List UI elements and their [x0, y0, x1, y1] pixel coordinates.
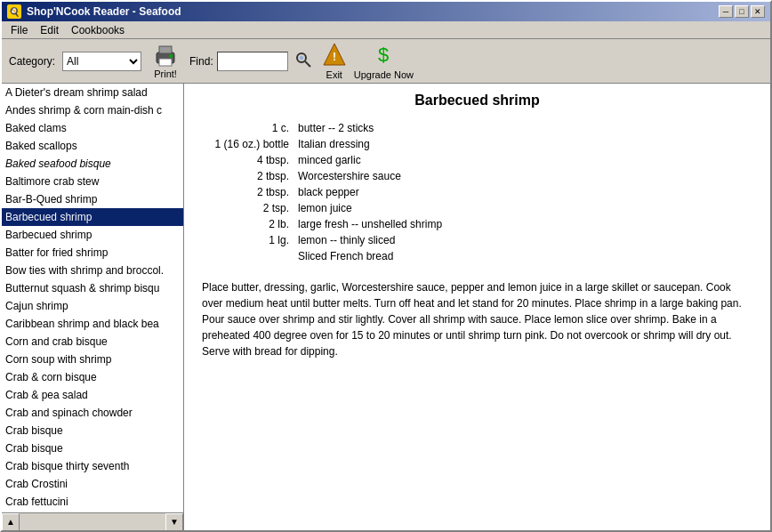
- ingredient-row: Sliced French bread: [204, 249, 751, 263]
- sidebar-item[interactable]: Baked seafood bisque: [2, 155, 183, 173]
- sidebar-item[interactable]: Cajun shrimp: [2, 297, 183, 315]
- upgrade-icon: $: [371, 42, 396, 69]
- category-label: Category:: [9, 55, 55, 68]
- find-section: Find:: [189, 48, 315, 74]
- ingredient-row: 2 tbsp.Worcestershire sauce: [204, 169, 751, 183]
- sidebar-item[interactable]: Andes shrimp & corn main-dish c: [2, 101, 183, 119]
- sidebar-item[interactable]: Crab bisque: [2, 422, 183, 439]
- ingredient-row: 4 tbsp.minced garlic: [204, 153, 751, 167]
- find-icon-button[interactable]: [292, 48, 315, 74]
- svg-text:!: !: [333, 51, 336, 63]
- ingredient-row: 2 lb.large fresh -- unshelled shrimp: [204, 217, 751, 231]
- sidebar-item[interactable]: Crab fettucini: [2, 493, 183, 511]
- upgrade-label: Upgrade Now: [354, 69, 414, 80]
- toolbar: Category: All Appetizers Main Dishes Sou…: [2, 39, 770, 84]
- ingredient-amount: 2 tbsp.: [204, 185, 293, 199]
- sidebar-item[interactable]: A Dieter's dream shrimp salad: [2, 84, 183, 101]
- ingredient-name: black pepper: [294, 185, 751, 199]
- app-icon: 🍳: [7, 4, 21, 19]
- menu-bar: File Edit Cookbooks: [2, 21, 770, 39]
- ingredient-name: large fresh -- unshelled shrimp: [294, 217, 751, 231]
- ingredient-name: butter -- 2 sticks: [294, 121, 751, 135]
- ingredient-amount: 1 (16 oz.) bottle: [204, 137, 293, 151]
- svg-line-5: [305, 61, 310, 67]
- recipe-panel: Barbecued shrimp 1 c.butter -- 2 sticks1…: [184, 84, 770, 530]
- ingredient-row: 1 (16 oz.) bottleItalian dressing: [204, 137, 751, 151]
- svg-text:$: $: [378, 44, 389, 66]
- ingredient-amount: [204, 249, 293, 263]
- ingredients-table: 1 c.butter -- 2 sticks1 (16 oz.) bottleI…: [202, 119, 752, 265]
- menu-file[interactable]: File: [5, 22, 33, 38]
- sidebar-item[interactable]: Batter for fried shrimp: [2, 244, 183, 262]
- ingredient-amount: 1 lg.: [204, 233, 293, 247]
- ingredient-row: 2 tsp.lemon juice: [204, 201, 751, 215]
- close-button[interactable]: ✕: [751, 5, 765, 18]
- sidebar-item[interactable]: Crab Crostini: [2, 475, 183, 493]
- print-button[interactable]: Print!: [149, 41, 182, 82]
- ingredient-name: Worcestershire sauce: [294, 169, 751, 183]
- sidebar-item[interactable]: Butternut squash & shrimp bisqu: [2, 279, 183, 297]
- ingredient-name: lemon -- thinly sliced: [294, 233, 751, 247]
- svg-rect-1: [159, 46, 172, 53]
- sidebar-item[interactable]: Barbecued shrimp: [2, 226, 183, 244]
- ingredient-amount: 2 tbsp.: [204, 169, 293, 183]
- category-select[interactable]: All Appetizers Main Dishes Soups Salads: [62, 52, 141, 71]
- sidebar: A Dieter's dream shrimp saladAndes shrim…: [2, 84, 184, 530]
- maximize-button[interactable]: □: [735, 5, 749, 18]
- sidebar-item[interactable]: Baked scallops: [2, 137, 183, 155]
- menu-edit[interactable]: Edit: [35, 22, 64, 38]
- ingredient-name: Italian dressing: [294, 137, 751, 151]
- sidebar-item[interactable]: Bar-B-Qued shrimp: [2, 190, 183, 208]
- scroll-down-button[interactable]: ▼: [165, 513, 183, 531]
- minimize-button[interactable]: ─: [719, 5, 733, 18]
- upgrade-section[interactable]: $ Upgrade Now: [354, 42, 414, 80]
- ingredient-amount: 2 tsp.: [204, 201, 293, 215]
- sidebar-item[interactable]: Crab bisque thirty seventh: [2, 457, 183, 475]
- title-bar: 🍳 Shop'NCook Reader - Seafood ─ □ ✕: [2, 2, 770, 21]
- main-window: 🍳 Shop'NCook Reader - Seafood ─ □ ✕ File…: [0, 0, 772, 532]
- exit-section[interactable]: ! Exit: [322, 42, 347, 80]
- sidebar-list: A Dieter's dream shrimp saladAndes shrim…: [2, 84, 183, 512]
- menu-cookbooks[interactable]: Cookbooks: [66, 22, 130, 38]
- sidebar-item[interactable]: Corn soup with shrimp: [2, 351, 183, 368]
- print-label: Print!: [154, 69, 177, 79]
- title-buttons: ─ □ ✕: [719, 5, 765, 18]
- sidebar-item[interactable]: Bow ties with shrimp and broccol.: [2, 262, 183, 279]
- sidebar-item[interactable]: Caribbean shrimp and black bea: [2, 315, 183, 333]
- ingredient-amount: 1 c.: [204, 121, 293, 135]
- ingredient-name: lemon juice: [294, 201, 751, 215]
- exit-label: Exit: [326, 69, 342, 80]
- title-bar-left: 🍳 Shop'NCook Reader - Seafood: [7, 4, 181, 19]
- find-input[interactable]: [217, 52, 288, 71]
- recipe-instructions: Place butter, dressing, garlic, Worceste…: [202, 279, 752, 359]
- svg-rect-2: [159, 59, 172, 66]
- ingredient-row: 1 lg.lemon -- thinly sliced: [204, 233, 751, 247]
- sidebar-item[interactable]: Crab bisque: [2, 439, 183, 457]
- scroll-up-button[interactable]: ▲: [2, 513, 20, 531]
- sidebar-item[interactable]: Corn and crab bisque: [2, 333, 183, 351]
- ingredient-name: Sliced French bread: [294, 249, 751, 263]
- svg-point-6: [300, 56, 303, 60]
- sidebar-item[interactable]: Baked clams: [2, 119, 183, 137]
- sidebar-footer: ▲ ▼: [2, 512, 183, 530]
- main-content: A Dieter's dream shrimp saladAndes shrim…: [2, 84, 770, 530]
- print-icon: [153, 44, 178, 69]
- sidebar-item[interactable]: Barbecued shrimp: [2, 208, 183, 226]
- ingredient-amount: 2 lb.: [204, 217, 293, 231]
- recipe-title: Barbecued shrimp: [202, 93, 752, 109]
- window-title: Shop'NCook Reader - Seafood: [27, 5, 181, 18]
- sidebar-item[interactable]: Crab and spinach chowder: [2, 404, 183, 422]
- find-label: Find:: [189, 55, 213, 68]
- ingredient-name: minced garlic: [294, 153, 751, 167]
- sidebar-item[interactable]: Crab & corn bisque: [2, 368, 183, 386]
- exit-icon: !: [322, 42, 347, 69]
- svg-point-3: [169, 54, 173, 58]
- sidebar-item[interactable]: Crab & pea salad: [2, 386, 183, 404]
- ingredient-row: 1 c.butter -- 2 sticks: [204, 121, 751, 135]
- ingredient-row: 2 tbsp.black pepper: [204, 185, 751, 199]
- sidebar-item[interactable]: Baltimore crab stew: [2, 173, 183, 190]
- ingredient-amount: 4 tbsp.: [204, 153, 293, 167]
